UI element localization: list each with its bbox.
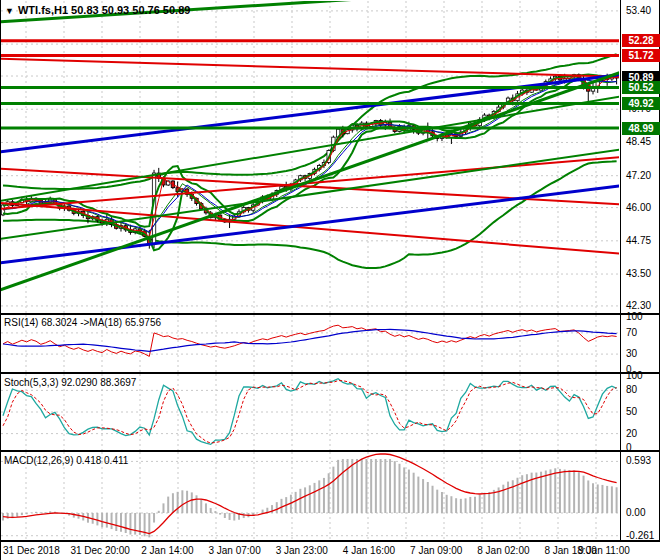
scale-tick-label: 0 — [626, 442, 632, 453]
scale-tick-label: 30 — [626, 348, 637, 359]
symbol-label: WTI.fs,H1 — [18, 4, 68, 16]
time-axis-label: 31 Dec 20:00 — [70, 545, 130, 556]
chart-title: ▼WTI.fs,H1 50.83 50.93 50.76 50.89 — [5, 4, 190, 16]
time-axis-label: 31 Dec 2018 — [3, 545, 60, 556]
scale-tick-label: -0.261 — [626, 530, 654, 541]
time-axis-label: 8 Jan 02:00 — [477, 545, 529, 556]
scale-tick-label: 53.40 — [626, 5, 651, 16]
symbol-dropdown-icon[interactable]: ▼ — [5, 6, 14, 16]
main-chart-canvas[interactable] — [0, 0, 660, 560]
scale-tick-label: 43.50 — [626, 268, 651, 279]
scale-tick-label: 47.20 — [626, 170, 651, 181]
scale-tick-label: 100 — [626, 311, 643, 322]
ohlc-values: 50.83 50.93 50.76 50.89 — [71, 4, 190, 16]
macd-indicator-label: MACD(12,26,9) 0.418 0.411 — [4, 455, 128, 466]
macd-histogram — [3, 459, 617, 537]
time-axis-label: 2 Jan 14:00 — [141, 545, 193, 556]
scale-tick-label: 100 — [626, 370, 643, 381]
scale-tick-label: 42.30 — [626, 300, 651, 311]
scale-tick-label: 70 — [626, 327, 637, 338]
stoch-indicator-label: Stoch(5,3,3) 92.0290 88.3697 — [4, 377, 136, 388]
scale-tick-label: 80 — [626, 384, 637, 395]
price-badge-50.52: 50.52 — [622, 81, 660, 94]
scale-tick-label: 0.00 — [626, 507, 645, 518]
scale-tick-label: 50 — [626, 406, 637, 417]
scale-tick-label: 20 — [626, 428, 637, 439]
rsi-indicator-label: RSI(14) 68.3024 ->MA(18) 65.9756 — [4, 317, 161, 328]
time-axis-label: 3 Jan 23:00 — [276, 545, 328, 556]
chart-layers — [0, 0, 660, 560]
trendlines-layer — [0, 0, 620, 290]
price-badge-49.92: 49.92 — [622, 97, 660, 110]
scale-tick-label: 0.593 — [626, 455, 651, 466]
time-axis-label: 9 Jan 11:00 — [578, 545, 630, 556]
mt4-chart-window: ▼WTI.fs,H1 50.83 50.93 50.76 50.89 RSI(1… — [0, 0, 660, 560]
time-axis-label: 4 Jan 16:00 — [343, 545, 395, 556]
time-axis-label: 7 Jan 09:00 — [410, 545, 462, 556]
time-axis-label: 3 Jan 07:00 — [208, 545, 260, 556]
price-badge-52.28: 52.28 — [622, 34, 660, 47]
price-badge-48.99: 48.99 — [622, 122, 660, 135]
time-axis-border[interactable] — [0, 540, 660, 542]
price-badge-51.72: 51.72 — [622, 49, 660, 62]
scale-tick-label: 48.45 — [626, 136, 651, 147]
scale-tick-label: 46.00 — [626, 202, 651, 213]
scale-tick-label: 44.75 — [626, 235, 651, 246]
